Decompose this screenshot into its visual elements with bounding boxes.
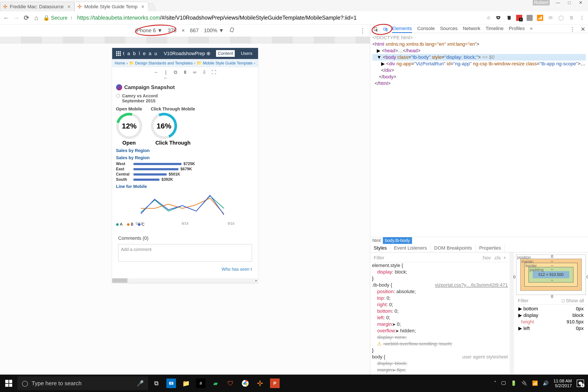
bc-html[interactable]: html (370, 237, 383, 244)
comment-input[interactable]: Add a comment (118, 244, 252, 262)
project-name[interactable]: V10RoadshowPrep ⊕ (164, 51, 210, 56)
nav-users-tab[interactable]: Users (239, 50, 254, 57)
tray-battery-icon[interactable]: 🔋 (511, 380, 516, 386)
horizontal-scrollbar[interactable] (112, 278, 258, 283)
explorer-icon[interactable]: 📁 (181, 378, 191, 388)
svg-rect-9 (540, 17, 540, 20)
home-button[interactable]: ⌂ (33, 14, 40, 22)
tray-expand-icon[interactable]: ˄ (494, 380, 496, 386)
back-icon[interactable]: ← (154, 70, 159, 81)
nav-content-tab[interactable]: Content (216, 50, 235, 57)
computed-filter-input[interactable]: Filter (518, 298, 528, 304)
styles-panel[interactable]: Filter :hov .cls + element.style { displ… (370, 252, 510, 374)
pause-icon[interactable]: ⏸ (182, 70, 188, 81)
devtools-tab-elements[interactable]: Elements (392, 26, 412, 33)
device-toolbar: iPhone 6 ▼ 375 × 667 100% ▼ ⋮ (0, 24, 370, 36)
analytics-icon[interactable] (537, 15, 543, 21)
mail-icon[interactable]: ✉ (548, 15, 554, 21)
devtools-tab-profiles[interactable]: Profiles (509, 26, 525, 33)
subtab-breakpoints[interactable]: DOM Breakpoints (431, 244, 476, 252)
grammarly-icon[interactable] (526, 15, 533, 21)
window-minimize-button[interactable]: — (555, 0, 561, 6)
devtools-tab-timeline[interactable]: Timeline (486, 26, 504, 33)
source-link[interactable]: vizportal.css?y…6c3smm42t9:471 (435, 282, 508, 288)
window-maximize-button[interactable]: □ (566, 0, 572, 6)
share-icon[interactable]: ∞ (192, 70, 197, 81)
action-center-icon[interactable]: 💬 (577, 380, 584, 387)
cls-toggle[interactable]: .cls (494, 255, 501, 260)
evernote-icon[interactable]: ▰ (211, 378, 220, 388)
back-button[interactable]: ← (3, 14, 10, 22)
skype-icon[interactable]: S (568, 15, 574, 21)
responsive-ruler[interactable] (0, 36, 370, 44)
bar (134, 173, 166, 176)
browser-tab-mobile-style[interactable]: Mobile Style Guide Temp ✕ (74, 2, 148, 11)
devtools-tab-sources[interactable]: Sources (440, 26, 458, 33)
powerpoint-icon[interactable]: P (270, 378, 280, 388)
add-rule-icon[interactable]: + (503, 255, 506, 260)
show-all-checkbox[interactable] (562, 300, 565, 302)
outlook-icon[interactable]: 📧 (166, 378, 176, 388)
tick: 9/16 (228, 222, 234, 226)
vertical-scrollbar[interactable] (510, 252, 514, 374)
url-input[interactable]: https://tableaubeta.interworks.com/#/sit… (75, 14, 482, 22)
tableau-icon[interactable] (255, 378, 265, 388)
devtools-tab-network[interactable]: Network (463, 26, 480, 33)
devtools-tab-console[interactable]: Console (417, 26, 435, 33)
crumb-2[interactable]: Design Standards and Templates (135, 61, 193, 66)
browser-tab-freddie[interactable]: Freddie Mac: Datasource ✕ (0, 2, 74, 11)
evernote-icon[interactable] (506, 15, 512, 21)
device-height-input[interactable]: 667 (190, 28, 198, 34)
bookmark-star-icon[interactable]: ☆ (486, 15, 492, 21)
tray-volume-icon[interactable]: 🔊 (543, 380, 548, 386)
brave-icon[interactable]: 🛡 (226, 378, 235, 388)
fullscreen-icon[interactable]: ⛶ (211, 70, 216, 81)
task-view-icon[interactable]: ⧉ (152, 378, 161, 388)
close-tab-icon[interactable]: ✕ (67, 4, 71, 9)
bm-num: 0 (586, 275, 588, 280)
device-menu-icon[interactable]: ⋮ (360, 27, 366, 34)
subtab-listeners[interactable]: Event Listeners (390, 244, 431, 252)
styles-filter-input[interactable]: Filter (374, 254, 384, 261)
rotate-icon[interactable] (229, 27, 235, 34)
tray-monitor-icon[interactable]: 🖵 (501, 380, 506, 386)
tray-power-icon[interactable]: 🔌 (521, 380, 527, 386)
box-model: position 0 0 0 margin – border – padding… (514, 252, 588, 374)
slack-icon[interactable]: # (196, 378, 206, 388)
subtab-styles[interactable]: Styles (370, 244, 390, 252)
cortana-search[interactable]: ◯ Type here to search 🎤 (18, 376, 148, 390)
subtab-properties[interactable]: Properties (476, 244, 504, 252)
devtools-menu-icon[interactable]: ⋮ (570, 26, 575, 33)
lastpass-icon[interactable] (516, 15, 522, 21)
tray-clock[interactable]: 11:08 AM 5/2/2017 (553, 378, 572, 388)
chrome-menu-icon[interactable]: ⋮ (579, 15, 585, 21)
folder-icon: 📁 (197, 61, 202, 66)
svg-rect-8 (538, 18, 540, 20)
reload-button[interactable]: ⟳ (23, 14, 30, 22)
devtools-close-icon[interactable]: ✕ (580, 26, 586, 33)
computed-panel[interactable]: ▶ bottom0px ▶ displayblock height910.5px… (516, 305, 586, 332)
chrome-icon[interactable] (240, 378, 250, 388)
bc-body[interactable]: body.tb-body (383, 237, 412, 244)
tray-wifi-icon[interactable]: 📶 (532, 380, 538, 386)
forward-button[interactable]: → (13, 14, 20, 22)
crumb-home[interactable]: Home (115, 61, 125, 66)
pocket-icon[interactable] (495, 15, 501, 21)
hov-toggle[interactable]: :hov (482, 255, 491, 260)
close-tab-icon[interactable]: ✕ (141, 4, 144, 9)
secure-indicator[interactable]: 🔒 Secure (43, 15, 68, 21)
mic-icon[interactable]: 🎤 (137, 380, 144, 387)
crumb-3[interactable]: Mobile Style Guide Template (203, 61, 252, 66)
dom-tree[interactable]: <!DOCTYPE html> <html xmlns:ng xmlns:tb … (370, 33, 588, 237)
circle-icon[interactable]: ◯ (558, 15, 564, 21)
download-icon[interactable]: ⇩ (202, 70, 207, 81)
devtools-tab-more[interactable]: » (530, 26, 533, 33)
window-close-button[interactable]: ✕ (578, 0, 584, 6)
refresh-icon[interactable]: ⧉ (173, 70, 178, 81)
revert-icon[interactable]: |← (163, 70, 168, 81)
svg-rect-7 (79, 7, 80, 8)
who-seen-link[interactable]: Who has seen t (118, 267, 252, 272)
device-zoom-select[interactable]: 100% ▼ (204, 28, 224, 34)
start-button[interactable] (0, 380, 18, 387)
new-tab-button[interactable] (148, 4, 156, 11)
